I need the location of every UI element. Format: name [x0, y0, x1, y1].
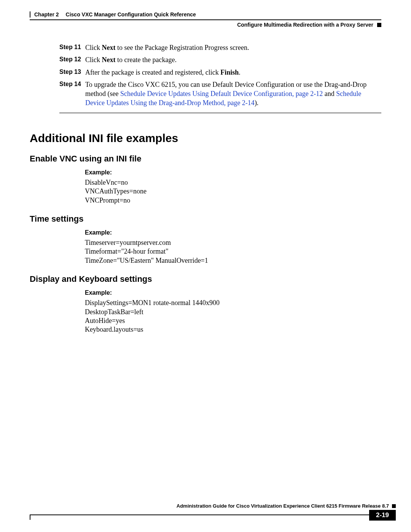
- footer-rule: [30, 514, 369, 521]
- example-line: VNCPrompt=no: [85, 196, 381, 205]
- subsection-heading: Display and Keyboard settings: [30, 274, 381, 284]
- example-line: DisableVnc=no: [85, 178, 381, 187]
- example-label: Example:: [85, 229, 381, 236]
- header-top-row: Chapter 2 Cisco VXC Manager Configuratio…: [30, 11, 381, 19]
- step-label: Step 12: [59, 55, 85, 64]
- step-label: Step 14: [59, 80, 85, 88]
- header-vline-icon: [30, 11, 30, 18]
- example-label: Example:: [85, 289, 381, 296]
- step-label: Step 13: [59, 68, 85, 76]
- text: Click: [85, 44, 102, 51]
- steps-list: Step 11Click Next to see the Package Reg…: [30, 43, 381, 108]
- footer-guide-row: Administration Guide for Cisco Virtualiz…: [30, 503, 396, 509]
- example-label: Example:: [85, 169, 381, 176]
- step-label: Step 11: [59, 43, 85, 51]
- footer-vline-icon: [30, 514, 30, 520]
- subsections: Enable VNC using an INI fileExample:Disa…: [30, 154, 381, 334]
- main-heading: Additional INI file examples: [30, 132, 381, 145]
- step-row: Step 13After the package is created and …: [30, 68, 381, 77]
- example-lines: DisplaySettings=MON1 rotate-normal 1440x…: [85, 299, 381, 334]
- step-text: Click Next to see the Package Registrati…: [85, 43, 381, 52]
- example-block: Example:DisableVnc=noVNCAuthTypes=noneVN…: [85, 169, 381, 205]
- step-row: Step 12Click Next to create the package.: [30, 55, 381, 64]
- example-line: TimeZone="US/Eastern" ManualOverride=1: [85, 256, 381, 265]
- example-line: DesktopTaskBar=left: [85, 308, 381, 316]
- step-text: To upgrade the Cisco VXC 6215, you can u…: [85, 80, 381, 108]
- step-row: Step 11Click Next to see the Package Reg…: [30, 43, 381, 52]
- bold-text: Next: [102, 56, 116, 64]
- example-line: Timeserver=yourntpserver.com: [85, 238, 381, 247]
- bold-text: Finish: [220, 69, 239, 76]
- divider: [59, 112, 381, 113]
- text: ).: [255, 99, 259, 107]
- example-block: Example:Timeserver=yourntpserver.comTime…: [85, 229, 381, 265]
- example-line: Keyboard.layouts=us: [85, 325, 381, 334]
- text: .: [239, 69, 241, 76]
- text: After the package is created and registe…: [85, 69, 220, 76]
- step-text: Click Next to create the package.: [85, 55, 381, 64]
- text: to create the package.: [115, 56, 176, 64]
- example-line: AutoHide=yes: [85, 316, 381, 325]
- step-row: Step 14To upgrade the Cisco VXC 6215, yo…: [30, 80, 381, 108]
- footer-guide-title: Administration Guide for Cisco Virtualiz…: [177, 503, 389, 509]
- text: Click: [85, 56, 102, 64]
- cross-reference-link[interactable]: Schedule Device Updates Using Default De…: [120, 90, 323, 97]
- footer-square-icon: [392, 504, 396, 508]
- bold-text: Next: [102, 44, 116, 51]
- example-lines: Timeserver=yourntpserver.comTimeformat="…: [85, 238, 381, 265]
- running-footer: Administration Guide for Cisco Virtualiz…: [30, 503, 396, 521]
- section-right: Configure Multimedia Redirection with a …: [237, 22, 373, 28]
- running-header: Chapter 2 Cisco VXC Manager Configuratio…: [30, 11, 381, 28]
- example-block: Example:DisplaySettings=MON1 rotate-norm…: [85, 289, 381, 334]
- chapter-label: Chapter 2: [34, 11, 59, 18]
- subsection-heading: Enable VNC using an INI file: [30, 154, 381, 164]
- text: and: [323, 90, 336, 97]
- example-lines: DisableVnc=noVNCAuthTypes=noneVNCPrompt=…: [85, 178, 381, 205]
- page-number: 2-19: [369, 510, 396, 521]
- text: to see the Package Registration Progress…: [115, 44, 249, 51]
- header-sub-row: Configure Multimedia Redirection with a …: [30, 20, 381, 28]
- header-square-icon: [377, 23, 381, 27]
- example-line: DisplaySettings=MON1 rotate-normal 1440x…: [85, 299, 381, 307]
- step-text: After the package is created and registe…: [85, 68, 381, 77]
- subsection-heading: Time settings: [30, 214, 381, 224]
- content: Step 11Click Next to see the Package Reg…: [30, 43, 381, 334]
- footer-bar: 2-19: [30, 510, 396, 521]
- chapter-title: Cisco VXC Manager Configuration Quick Re…: [66, 11, 196, 18]
- example-line: VNCAuthTypes=none: [85, 187, 381, 196]
- page: Chapter 2 Cisco VXC Manager Configuratio…: [0, 0, 411, 532]
- example-line: Timeformat="24-hour format": [85, 247, 381, 256]
